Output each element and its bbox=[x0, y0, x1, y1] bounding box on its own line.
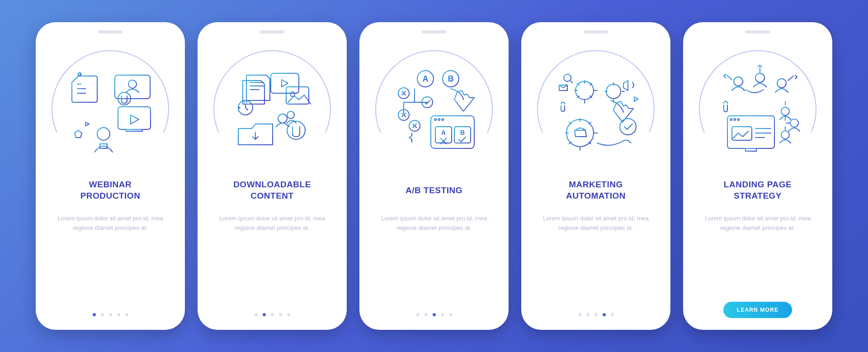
screen-title: A/B TESTING bbox=[406, 179, 462, 202]
illustration-landing bbox=[699, 50, 816, 168]
screen-title: MARKETING AUTOMATION bbox=[566, 179, 626, 202]
dot[interactable] bbox=[441, 313, 444, 316]
phone-notch bbox=[260, 30, 284, 33]
phone-notch bbox=[98, 30, 123, 33]
dot[interactable] bbox=[287, 313, 290, 316]
dot[interactable] bbox=[117, 313, 120, 316]
learn-more-button[interactable]: LEARN MORE bbox=[723, 302, 793, 318]
phone-notch bbox=[422, 30, 446, 33]
screen-body: Lorem ipsum dolor sit amet pro id, mea r… bbox=[703, 214, 812, 233]
dot[interactable] bbox=[449, 313, 452, 316]
screen-body: Lorem ipsum dolor sit amet pro id, mea r… bbox=[56, 214, 165, 233]
dot[interactable] bbox=[586, 313, 590, 316]
dot[interactable] bbox=[109, 313, 112, 316]
dot[interactable] bbox=[93, 313, 96, 316]
dot[interactable] bbox=[101, 313, 104, 316]
dot[interactable] bbox=[603, 313, 606, 316]
pagination-dots bbox=[255, 313, 290, 316]
illustration-webinar bbox=[52, 50, 169, 168]
illustration-downloadable bbox=[213, 50, 331, 168]
svg-rect-41 bbox=[745, 148, 756, 151]
screen-title: DOWNLOADABLE CONTENT bbox=[233, 179, 311, 202]
dot[interactable] bbox=[263, 313, 266, 316]
onboarding-screen-4: MARKETING AUTOMATION Lorem ipsum dolor s… bbox=[521, 22, 670, 330]
screen-body: Lorem ipsum dolor sit amet pro id, mea r… bbox=[541, 214, 650, 233]
dot[interactable] bbox=[271, 313, 274, 316]
illustration-automation bbox=[537, 50, 655, 168]
screen-body: Lorem ipsum dolor sit amet pro id, mea r… bbox=[379, 214, 488, 233]
dot[interactable] bbox=[611, 313, 614, 316]
dot[interactable] bbox=[578, 313, 581, 316]
pagination-dots bbox=[416, 313, 452, 316]
phone-notch bbox=[584, 30, 608, 33]
dot[interactable] bbox=[416, 313, 420, 316]
dot[interactable] bbox=[255, 313, 258, 316]
onboarding-screen-3: A B A B A/B TESTING Lorem ipsum dolor si… bbox=[359, 22, 509, 330]
pagination-dots bbox=[93, 313, 128, 316]
onboarding-screen-1: WEBINAR PRODUCTION Lorem ipsum dolor sit… bbox=[36, 22, 185, 330]
screen-body: Lorem ipsum dolor sit amet pro id, mea r… bbox=[217, 214, 326, 233]
pagination-dots bbox=[578, 313, 614, 316]
dot[interactable] bbox=[594, 313, 598, 316]
dot[interactable] bbox=[425, 313, 428, 316]
onboarding-screen-2: DOWNLOADABLE CONTENT Lorem ipsum dolor s… bbox=[198, 22, 347, 330]
screen-title: WEBINAR PRODUCTION bbox=[80, 179, 141, 202]
dot[interactable] bbox=[125, 313, 128, 316]
onboarding-screen-5: LANDING PAGE STRATEGY Lorem ipsum dolor … bbox=[683, 22, 832, 330]
dot[interactable] bbox=[433, 313, 436, 316]
dot[interactable] bbox=[279, 313, 282, 316]
screen-title: LANDING PAGE STRATEGY bbox=[724, 179, 792, 202]
illustration-abtesting: A B A B bbox=[375, 50, 493, 168]
phone-notch bbox=[745, 30, 770, 33]
